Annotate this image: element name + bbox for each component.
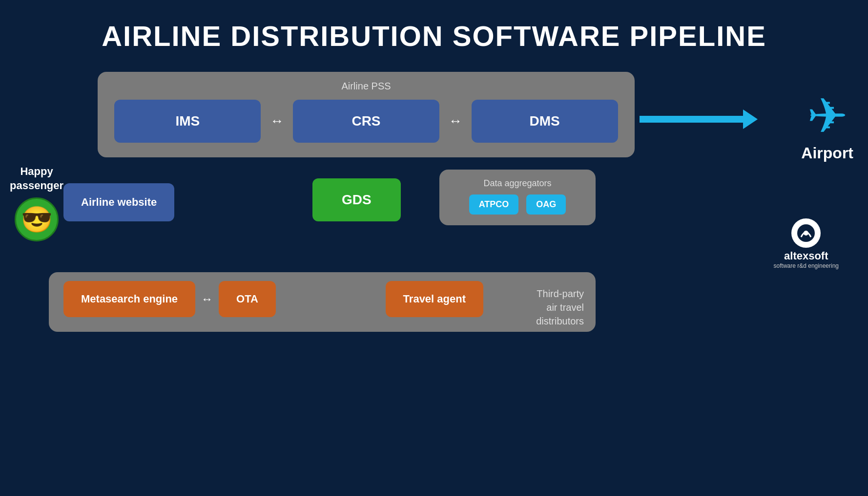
middle-row: Airline website [63, 183, 174, 221]
page-title: AIRLINE DISTRIBUTION SOFTWARE PIPELINE [0, 0, 868, 67]
altexsoft-sub: software r&d engineering [774, 262, 839, 269]
data-aggregators-box: Data aggregators ATPCO OAG [439, 170, 596, 225]
pss-box: Airline PSS IMS ↔ CRS ↔ DMS [98, 72, 635, 157]
dms-block: DMS [472, 100, 618, 143]
crs-dms-arrow: ↔ [449, 113, 462, 129]
ims-block: IMS [114, 100, 261, 143]
third-party-box: Metasearch engine ↔ OTA Travel agent Thi… [49, 272, 596, 332]
airport-label: Airport [801, 144, 853, 162]
airplane-icon: ✈ [807, 91, 848, 140]
atpco-chip: ATPCO [469, 194, 519, 215]
svg-point-1 [804, 231, 808, 236]
crs-block: CRS [293, 100, 439, 143]
gds-block: GDS [312, 178, 401, 221]
data-agg-inner: ATPCO OAG [454, 194, 581, 215]
altexsoft-icon [791, 218, 821, 248]
third-party-inner: Metasearch engine ↔ OTA Travel agent [63, 281, 581, 317]
pss-label: Airline PSS [112, 81, 620, 92]
passenger-icon: 😎 [15, 197, 59, 241]
page-container: AIRLINE DISTRIBUTION SOFTWARE PIPELINE A… [0, 0, 868, 67]
passenger-section: Happypassenger 😎 [10, 165, 63, 241]
metasearch-block: Metasearch engine [63, 281, 195, 317]
ota-block: OTA [219, 281, 276, 317]
airport-section: ✈ Airport [801, 91, 853, 162]
altexsoft-name: altexsoft [784, 250, 828, 262]
oag-chip: OAG [526, 194, 566, 215]
passenger-label: Happypassenger [10, 165, 63, 193]
altexsoft-logo: altexsoft software r&d engineering [774, 218, 839, 269]
metasearch-ota-arrow: ↔ [201, 292, 213, 306]
third-party-label: Third-partyair traveldistributors [536, 287, 584, 328]
travel-agent-block: Travel agent [386, 281, 483, 317]
dms-airport-arrow [640, 116, 747, 123]
ims-crs-arrow: ↔ [270, 113, 284, 129]
data-agg-label: Data aggregators [454, 178, 581, 189]
altexsoft-svg [796, 223, 816, 243]
pss-inner: IMS ↔ CRS ↔ DMS [112, 100, 620, 143]
airline-website-block: Airline website [63, 183, 174, 221]
